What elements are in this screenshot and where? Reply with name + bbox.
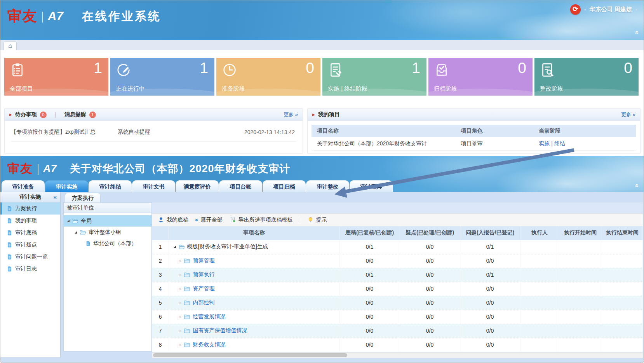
stat-card-impl-final-stage[interactable]: 1 实施 | 终结阶段 xyxy=(322,58,426,96)
matter-name-link[interactable]: 资产管理 xyxy=(193,285,214,292)
table-row[interactable]: 7 ▷ 国有资产保值增值情况 0/0 0/0 0/0 xyxy=(152,324,643,338)
tab-audit-implement[interactable]: 审计实施 xyxy=(45,180,88,192)
sidebar-item-label: 审计日志 xyxy=(15,265,37,272)
table-row[interactable]: 5 ▷ 内部控制 0/0 0/0 0/0 xyxy=(152,296,643,310)
col-draft[interactable]: 底稿(已复核/已创建) xyxy=(339,226,400,240)
sidebar-item-issue-overview[interactable]: 审计问题一览 xyxy=(0,251,60,263)
table-row[interactable]: 3 ▷ 预算执行 0/1 0/0 0/1 xyxy=(152,268,643,282)
collapse-header-icon[interactable]: « xyxy=(634,31,641,34)
expand-all-button[interactable]: » 展开全部 xyxy=(195,216,223,223)
refresh-icon[interactable]: ⟳ xyxy=(570,4,581,15)
collapse-header-icon[interactable]: « xyxy=(634,184,641,187)
panel-arrow-icon: ▶ xyxy=(9,113,12,117)
col-doubt[interactable]: 疑点(已处理/已创建) xyxy=(400,226,460,240)
chevron-down-icon[interactable]: ▾ xyxy=(635,7,637,12)
sidebar-item-plan-execute[interactable]: 方案执行 xyxy=(0,202,60,215)
row-collapsed-icon[interactable]: ▷ xyxy=(179,301,182,305)
row-collapsed-icon[interactable]: ▷ xyxy=(179,329,182,333)
row-collapsed-icon[interactable]: ▷ xyxy=(179,343,182,347)
row-collapsed-icon[interactable]: ▷ xyxy=(179,315,182,319)
chevron-down-icon[interactable]: ▾ xyxy=(584,7,586,12)
stat-value: 0 xyxy=(306,59,314,77)
projects-table-header: 项目名称 项目角色 当前阶段 xyxy=(312,125,636,137)
subtab-plan-execute[interactable]: 方案执行 xyxy=(65,193,101,202)
col-issue[interactable]: 问题(入报告/已登记) xyxy=(460,226,520,240)
tree-node-global[interactable]: 全局 xyxy=(64,215,151,227)
col-exec-end[interactable]: 执行结束时间 xyxy=(602,226,643,240)
matter-name-link[interactable]: 经营发展情况 xyxy=(193,313,225,320)
matter-name-link[interactable]: 预算执行 xyxy=(193,271,214,278)
stage-impl-link[interactable]: 实施 xyxy=(539,140,550,147)
stat-card-archive-stage[interactable]: 0 归档阶段 xyxy=(428,58,533,96)
matter-name-link[interactable]: 财务收支情况 xyxy=(193,341,225,348)
tab-audit-rectify[interactable]: 审计整改 xyxy=(306,180,349,192)
stat-value: 0 xyxy=(518,59,526,77)
tab-audit-finish[interactable]: 审计终结 xyxy=(89,180,132,192)
stat-card-rectify-stage[interactable]: 0 整改阶段 xyxy=(534,58,639,96)
sidebar-item-audit-log[interactable]: 审计日志 xyxy=(0,263,60,275)
tree-node-audit-group[interactable]: 审计整体小组 xyxy=(64,227,151,238)
tree-node-huabei-company[interactable]: 华北公司（本部） xyxy=(64,238,151,249)
todo-more-link[interactable]: 更多 » xyxy=(284,111,298,118)
col-matter-name[interactable]: 事项名称 xyxy=(169,226,339,240)
stat-card-in-progress[interactable]: 1 正在进行中 xyxy=(110,58,214,96)
tab-audit-document[interactable]: 审计文书 xyxy=(132,180,175,192)
matter-name-link[interactable]: 国有资产保值增值情况 xyxy=(193,327,247,334)
table-row[interactable]: 8 ▷ 财务收支情况 0/0 0/0 0/0 xyxy=(152,338,643,352)
horizontal-scrollbar[interactable] xyxy=(152,352,643,358)
tab-audit-prepare[interactable]: 审计准备 xyxy=(2,180,45,192)
stat-card-all-projects[interactable]: 1 全部项目 xyxy=(4,58,108,96)
table-row[interactable]: 2 ▷ 预算管理 0/0 0/0 0/0 xyxy=(152,254,643,268)
project-window-header: 审友 A7 关于对华北公司（本部）2020年财务收支审计 审计准备 审计实施 审… xyxy=(0,156,644,192)
tab-project-ledger[interactable]: 项目台账 xyxy=(219,180,262,192)
bulb-icon xyxy=(307,216,314,223)
project-name: 关于对华北公司（本部）2020年财务收支审计 xyxy=(312,140,461,147)
draft-cell: 0/1 xyxy=(339,240,400,254)
col-current-stage: 当前阶段 xyxy=(539,127,636,134)
home-tab[interactable]: ⌂ xyxy=(3,41,17,50)
todo-message-panel: ▶ 待办事项 0 ｜ 消息提醒 1 更多 » 【专项填报任务提醒】zxp测试汇总… xyxy=(4,108,303,154)
table-row[interactable]: 1 模版[财务收支审计-事业单位]生成 0/1 0/0 0/1 xyxy=(152,240,643,254)
sidebar-collapse-icon[interactable]: « xyxy=(54,194,57,200)
tree-expanded-icon[interactable] xyxy=(75,231,77,234)
doc-icon xyxy=(7,230,12,236)
sidebar-item-my-matters[interactable]: 我的事项 xyxy=(0,215,60,227)
scrollbar-thumb[interactable] xyxy=(153,353,347,357)
tab-project-archive[interactable]: 项目归档 xyxy=(263,180,306,192)
my-draft-label: 我的底稿 xyxy=(167,216,188,223)
projects-more-link[interactable]: 更多 » xyxy=(621,111,635,118)
message-list-item[interactable]: 【专项填报任务提醒】zxp测试汇总 系统自动提醒 2020-02-13 14:1… xyxy=(11,122,296,142)
company-user-label[interactable]: 华东公司 周建婕 xyxy=(590,6,632,13)
matter-name-link[interactable]: 预算管理 xyxy=(193,257,214,264)
doubt-cell: 0/0 xyxy=(400,338,460,352)
col-executor[interactable]: 执行人 xyxy=(520,226,559,240)
sidebar-item-audit-drafts[interactable]: 审计底稿 xyxy=(0,227,60,239)
tab-audit-tools[interactable]: 审计工具 xyxy=(350,180,393,192)
end-cell xyxy=(602,282,643,296)
folder-icon xyxy=(184,272,190,277)
export-template-button[interactable]: 导出所选事项底稿模板 xyxy=(230,216,293,223)
tip-button[interactable]: 提示 xyxy=(307,216,327,223)
stage-final-link[interactable]: 终结 xyxy=(554,140,565,147)
issue-cell: 0/0 xyxy=(460,338,520,352)
col-exec-start[interactable]: 执行开始时间 xyxy=(559,226,602,240)
export-doc-icon xyxy=(230,216,236,223)
sidebar-item-audit-doubts[interactable]: 审计疑点 xyxy=(0,239,60,251)
doubt-cell: 0/0 xyxy=(400,254,460,268)
doc-icon xyxy=(85,241,91,246)
row-expanded-icon[interactable] xyxy=(174,246,176,248)
table-row[interactable]: 4 ▷ 资产管理 0/0 0/0 0/0 xyxy=(152,282,643,296)
projects-panel-title: 我的项目 xyxy=(318,111,340,118)
tab-todo-items[interactable]: 待办事项 xyxy=(15,111,37,118)
tab-satisfaction[interactable]: 满意度评价 xyxy=(176,180,219,192)
matter-name-link[interactable]: 内部控制 xyxy=(193,299,214,306)
row-collapsed-icon[interactable]: ▷ xyxy=(179,273,182,277)
stat-card-prepare-stage[interactable]: 0 准备阶段 xyxy=(216,58,320,96)
table-row[interactable]: 6 ▷ 经营发展情况 0/0 0/0 0/0 xyxy=(152,310,643,324)
row-collapsed-icon[interactable]: ▷ xyxy=(179,259,182,263)
tab-message-remind[interactable]: 消息提醒 xyxy=(64,111,86,118)
tree-expanded-icon[interactable] xyxy=(67,220,70,222)
stat-value: 1 xyxy=(412,59,420,77)
my-draft-button[interactable]: 我的底稿 xyxy=(158,216,188,223)
row-collapsed-icon[interactable]: ▷ xyxy=(179,287,182,291)
